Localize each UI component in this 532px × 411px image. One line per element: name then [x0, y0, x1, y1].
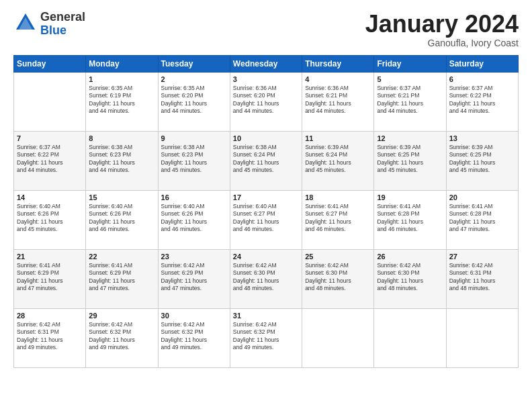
calendar-cell: 14Sunrise: 6:40 AMSunset: 6:26 PMDayligh…	[14, 190, 86, 249]
day-number: 7	[17, 134, 83, 142]
calendar-cell	[14, 72, 86, 131]
day-number: 8	[89, 134, 154, 142]
calendar-cell: 16Sunrise: 6:40 AMSunset: 6:26 PMDayligh…	[158, 190, 230, 249]
header-day-saturday: Saturday	[446, 55, 518, 72]
day-info: Sunrise: 6:40 AMSunset: 6:26 PMDaylight:…	[161, 203, 227, 234]
calendar-body: 1Sunrise: 6:35 AMSunset: 6:19 PMDaylight…	[14, 72, 519, 367]
header-day-monday: Monday	[86, 55, 158, 72]
day-info: Sunrise: 6:38 AMSunset: 6:24 PMDaylight:…	[233, 144, 299, 175]
calendar-cell: 22Sunrise: 6:41 AMSunset: 6:29 PMDayligh…	[86, 249, 158, 308]
day-info: Sunrise: 6:40 AMSunset: 6:26 PMDaylight:…	[17, 203, 83, 234]
day-number: 30	[161, 312, 227, 320]
day-info: Sunrise: 6:38 AMSunset: 6:23 PMDaylight:…	[161, 144, 227, 175]
day-info: Sunrise: 6:42 AMSunset: 6:31 PMDaylight:…	[449, 262, 515, 293]
day-number: 13	[449, 134, 515, 142]
calendar-cell: 27Sunrise: 6:42 AMSunset: 6:31 PMDayligh…	[446, 249, 518, 308]
calendar-cell: 6Sunrise: 6:37 AMSunset: 6:22 PMDaylight…	[446, 72, 518, 131]
day-number: 18	[305, 193, 371, 201]
day-number: 31	[233, 312, 299, 320]
day-info: Sunrise: 6:41 AMSunset: 6:29 PMDaylight:…	[89, 262, 154, 293]
day-info: Sunrise: 6:37 AMSunset: 6:22 PMDaylight:…	[449, 85, 515, 116]
day-number: 15	[89, 193, 154, 201]
day-info: Sunrise: 6:40 AMSunset: 6:27 PMDaylight:…	[233, 203, 299, 234]
calendar-cell	[302, 308, 374, 367]
day-info: Sunrise: 6:42 AMSunset: 6:30 PMDaylight:…	[305, 262, 371, 293]
day-info: Sunrise: 6:39 AMSunset: 6:25 PMDaylight:…	[449, 144, 515, 175]
day-info: Sunrise: 6:35 AMSunset: 6:19 PMDaylight:…	[89, 85, 154, 116]
calendar-cell: 4Sunrise: 6:36 AMSunset: 6:21 PMDaylight…	[302, 72, 374, 131]
calendar-header: SundayMondayTuesdayWednesdayThursdayFrid…	[14, 55, 519, 72]
day-info: Sunrise: 6:42 AMSunset: 6:32 PMDaylight:…	[161, 321, 227, 352]
day-number: 17	[233, 193, 299, 201]
week-row-1: 7Sunrise: 6:37 AMSunset: 6:22 PMDaylight…	[14, 131, 519, 190]
calendar-cell: 5Sunrise: 6:37 AMSunset: 6:21 PMDaylight…	[374, 72, 446, 131]
day-number: 29	[89, 312, 154, 320]
calendar-cell: 8Sunrise: 6:38 AMSunset: 6:23 PMDaylight…	[86, 131, 158, 190]
day-number: 4	[305, 75, 371, 83]
calendar-cell: 29Sunrise: 6:42 AMSunset: 6:32 PMDayligh…	[86, 308, 158, 367]
header-day-friday: Friday	[374, 55, 446, 72]
calendar-cell: 25Sunrise: 6:42 AMSunset: 6:30 PMDayligh…	[302, 249, 374, 308]
calendar-cell: 10Sunrise: 6:38 AMSunset: 6:24 PMDayligh…	[230, 131, 302, 190]
calendar-cell: 9Sunrise: 6:38 AMSunset: 6:23 PMDaylight…	[158, 131, 230, 190]
day-info: Sunrise: 6:39 AMSunset: 6:24 PMDaylight:…	[305, 144, 371, 175]
header-row: SundayMondayTuesdayWednesdayThursdayFrid…	[14, 55, 519, 72]
subtitle: Ganoufla, Ivory Coast	[365, 38, 519, 48]
day-number: 25	[305, 253, 371, 261]
day-number: 27	[449, 253, 515, 261]
day-number: 14	[17, 193, 83, 201]
calendar-cell: 23Sunrise: 6:42 AMSunset: 6:29 PMDayligh…	[158, 249, 230, 308]
logo-icon	[13, 11, 38, 38]
day-info: Sunrise: 6:37 AMSunset: 6:22 PMDaylight:…	[17, 144, 83, 175]
calendar-table: SundayMondayTuesdayWednesdayThursdayFrid…	[13, 55, 519, 368]
day-number: 5	[377, 75, 443, 83]
calendar-cell	[374, 308, 446, 367]
logo-blue-label: Blue	[40, 24, 85, 38]
day-number: 20	[449, 193, 515, 201]
calendar-cell: 11Sunrise: 6:39 AMSunset: 6:24 PMDayligh…	[302, 131, 374, 190]
day-number: 22	[89, 253, 154, 261]
header-day-tuesday: Tuesday	[158, 55, 230, 72]
day-number: 11	[305, 134, 371, 142]
calendar-cell: 17Sunrise: 6:40 AMSunset: 6:27 PMDayligh…	[230, 190, 302, 249]
logo-text: General Blue	[40, 11, 85, 38]
day-info: Sunrise: 6:40 AMSunset: 6:26 PMDaylight:…	[89, 203, 154, 234]
day-info: Sunrise: 6:41 AMSunset: 6:29 PMDaylight:…	[17, 262, 83, 293]
header-day-sunday: Sunday	[14, 55, 86, 72]
calendar-cell: 21Sunrise: 6:41 AMSunset: 6:29 PMDayligh…	[14, 249, 86, 308]
calendar-cell: 28Sunrise: 6:42 AMSunset: 6:31 PMDayligh…	[14, 308, 86, 367]
calendar-cell: 30Sunrise: 6:42 AMSunset: 6:32 PMDayligh…	[158, 308, 230, 367]
week-row-3: 21Sunrise: 6:41 AMSunset: 6:29 PMDayligh…	[14, 249, 519, 308]
day-number: 12	[377, 134, 443, 142]
day-info: Sunrise: 6:42 AMSunset: 6:32 PMDaylight:…	[89, 321, 154, 352]
calendar-cell: 3Sunrise: 6:36 AMSunset: 6:20 PMDaylight…	[230, 72, 302, 131]
week-row-4: 28Sunrise: 6:42 AMSunset: 6:31 PMDayligh…	[14, 308, 519, 367]
header-day-wednesday: Wednesday	[230, 55, 302, 72]
day-info: Sunrise: 6:42 AMSunset: 6:30 PMDaylight:…	[233, 262, 299, 293]
day-number: 2	[161, 75, 227, 83]
day-info: Sunrise: 6:35 AMSunset: 6:20 PMDaylight:…	[161, 85, 227, 116]
calendar-cell: 24Sunrise: 6:42 AMSunset: 6:30 PMDayligh…	[230, 249, 302, 308]
calendar-cell: 12Sunrise: 6:39 AMSunset: 6:25 PMDayligh…	[374, 131, 446, 190]
day-number: 19	[377, 193, 443, 201]
day-number: 16	[161, 193, 227, 201]
page: General Blue January 2024 Ganoufla, Ivor…	[0, 0, 532, 411]
day-number: 28	[17, 312, 83, 320]
logo: General Blue	[13, 11, 85, 38]
calendar-cell: 31Sunrise: 6:42 AMSunset: 6:32 PMDayligh…	[230, 308, 302, 367]
day-number: 10	[233, 134, 299, 142]
day-info: Sunrise: 6:36 AMSunset: 6:21 PMDaylight:…	[305, 85, 371, 116]
day-info: Sunrise: 6:36 AMSunset: 6:20 PMDaylight:…	[233, 85, 299, 116]
title-block: January 2024 Ganoufla, Ivory Coast	[365, 11, 519, 48]
day-info: Sunrise: 6:42 AMSunset: 6:30 PMDaylight:…	[377, 262, 443, 293]
calendar-cell	[446, 308, 518, 367]
day-info: Sunrise: 6:42 AMSunset: 6:31 PMDaylight:…	[17, 321, 83, 352]
day-number: 9	[161, 134, 227, 142]
calendar-cell: 26Sunrise: 6:42 AMSunset: 6:30 PMDayligh…	[374, 249, 446, 308]
calendar-cell: 15Sunrise: 6:40 AMSunset: 6:26 PMDayligh…	[86, 190, 158, 249]
day-info: Sunrise: 6:38 AMSunset: 6:23 PMDaylight:…	[89, 144, 154, 175]
day-number: 21	[17, 253, 83, 261]
month-title: January 2024	[365, 11, 519, 38]
day-info: Sunrise: 6:41 AMSunset: 6:28 PMDaylight:…	[377, 203, 443, 234]
day-info: Sunrise: 6:42 AMSunset: 6:29 PMDaylight:…	[161, 262, 227, 293]
